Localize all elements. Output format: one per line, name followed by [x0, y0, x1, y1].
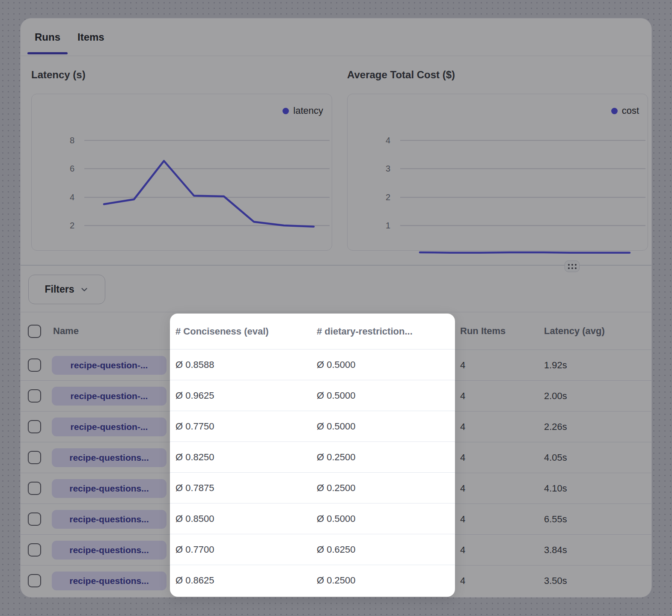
highlighted-score-columns: # Conciseness (eval) # dietary-restricti… [170, 314, 455, 597]
conciseness-cell: Ø 0.8500 [175, 503, 214, 534]
spotlight-row: Ø 0.8500 Ø 0.5000 [170, 503, 455, 534]
dietary-cell: Ø 0.2500 [317, 565, 356, 596]
column-header-conciseness: # Conciseness (eval) [175, 314, 269, 349]
dietary-cell: Ø 0.2500 [317, 473, 356, 503]
spotlight-row: Ø 0.7750 Ø 0.5000 [170, 411, 455, 442]
dietary-cell: Ø 0.6250 [317, 534, 356, 565]
conciseness-cell: Ø 0.8250 [175, 442, 214, 472]
dietary-cell: Ø 0.5000 [317, 503, 356, 534]
spotlight-row: Ø 0.8588 Ø 0.5000 [170, 349, 455, 380]
spotlight-row: Ø 0.8625 Ø 0.2500 [170, 565, 455, 596]
dietary-cell: Ø 0.5000 [317, 349, 356, 380]
dietary-cell: Ø 0.5000 [317, 411, 356, 441]
dietary-cell: Ø 0.2500 [317, 442, 356, 472]
conciseness-cell: Ø 0.7875 [175, 473, 214, 503]
spotlight-row: Ø 0.8250 Ø 0.2500 [170, 442, 455, 473]
conciseness-cell: Ø 0.7750 [175, 411, 214, 441]
page: Runs Items Latency (s) 8 6 4 2 latency A… [0, 0, 672, 616]
spotlight-row: Ø 0.7875 Ø 0.2500 [170, 473, 455, 503]
dietary-cell: Ø 0.5000 [317, 380, 356, 411]
conciseness-cell: Ø 0.8588 [175, 349, 214, 380]
spotlight-row: Ø 0.9625 Ø 0.5000 [170, 380, 455, 411]
spotlight-row: Ø 0.7700 Ø 0.6250 [170, 534, 455, 565]
conciseness-cell: Ø 0.8625 [175, 565, 214, 596]
conciseness-cell: Ø 0.9625 [175, 380, 214, 411]
column-header-dietary: # dietary-restriction... [317, 314, 413, 349]
conciseness-cell: Ø 0.7700 [175, 534, 214, 565]
spotlight-header-row: # Conciseness (eval) # dietary-restricti… [170, 314, 455, 349]
